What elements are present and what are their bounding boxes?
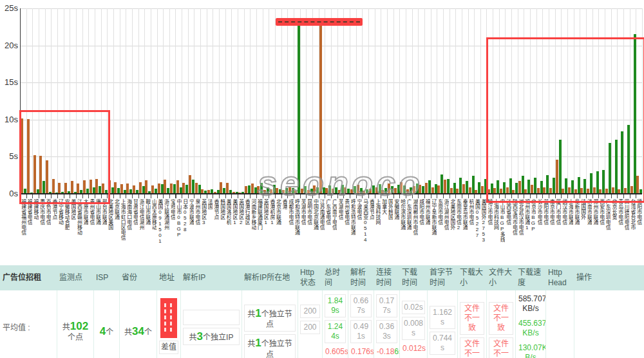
bar-group-73 [468, 8, 475, 194]
bar-group-70 [450, 8, 456, 194]
bar-group-27 [182, 8, 189, 194]
bar-orange [126, 184, 129, 194]
bar-orange [158, 184, 160, 194]
bar-group-21 [145, 8, 151, 194]
total-time-1: 1.849s [325, 294, 346, 317]
bar-group-26 [176, 8, 182, 194]
y-tick-0s: 0s [0, 189, 18, 198]
header-connect-time: 连接时间 [374, 265, 399, 290]
province-count: 34 [132, 325, 144, 337]
province-suffix: 个 [144, 328, 152, 337]
isp-suffix: 个 [106, 328, 113, 337]
cell-resolve-ip: 共3个独立IP [180, 290, 242, 358]
x-label-10: 江西省赣州移动 [76, 199, 82, 263]
bar-orange [251, 184, 254, 194]
x-label-1: 福建省福州电信 [20, 199, 26, 263]
x-label-97: 青岛市电信 [617, 199, 623, 263]
x-label-72: 秦皇岛市联通 [462, 199, 468, 263]
download-size-1: 文件不一致 [460, 302, 484, 335]
connect-time-2: 0.363s [376, 320, 397, 343]
x-label-76: 镇江市电信 [486, 199, 493, 263]
x-label-80: 陕西宝鸡市电信 [511, 199, 518, 263]
header-ip-location: 解析IP所在地 [242, 265, 298, 290]
bar-orange [462, 184, 465, 194]
header-address: 地址 [156, 265, 180, 290]
x-label-56: 马来西亚0514 [362, 199, 368, 263]
address-diff-label: 差值 [159, 341, 178, 354]
x-label-15: 北美地区美国 [107, 199, 113, 263]
cell-isp: 4个 [93, 290, 119, 358]
cell-first-byte-time: 1.162s 0.744s 1.162 [427, 290, 457, 358]
download-size-2: 文件不一致 [460, 337, 484, 358]
x-label-92: 济南市联通 [586, 199, 592, 263]
bar-group-71 [456, 8, 462, 194]
download-speed-diff: 130.07K B/s [518, 342, 544, 358]
cell-file-size: 文件不一致 文件不一致 [486, 290, 515, 358]
header-http-head: Http Head [545, 265, 574, 290]
x-label-94: 西安市电信 [598, 199, 605, 263]
y-tick-5s: 5s [0, 151, 18, 161]
header-ad-slot: 广告位招租 [0, 265, 57, 290]
cell-http-status: 200 200 [298, 290, 322, 358]
table-average-row: 平均值 : 共102个点 4个 共34个 差值 共3个独立IP 共1个独立节点 [0, 290, 644, 358]
x-label-51: 广西南宁电信 [331, 199, 337, 263]
bar-group-23 [157, 8, 164, 194]
header-monitor-points: 监测点 [57, 265, 93, 290]
x-label-7: 辽宁省移动 [57, 199, 64, 263]
bar-group-69 [444, 8, 450, 194]
header-province: 省份 [119, 265, 156, 290]
red-highlight-2 [276, 18, 363, 26]
x-label-86: 南京市电信 [549, 199, 555, 263]
red-highlight-3 [486, 37, 644, 203]
bar-orange [226, 183, 229, 194]
x-label-44: 成都市电信 [287, 199, 294, 263]
bar-group-22 [151, 8, 158, 194]
x-label-6: 香港节点 [51, 199, 57, 263]
bar-group-74 [475, 8, 481, 194]
bar-orange [195, 183, 198, 194]
isp-count: 4 [100, 325, 106, 337]
download-speed-1: 585.707 KB/s [518, 293, 544, 315]
x-label-96: 北京长宽 [611, 199, 617, 263]
x-label-50: 广东省电信 [325, 199, 331, 263]
x-label-75: 美国国外2753 [480, 199, 487, 263]
first-byte-time-2: 0.744s [430, 332, 455, 355]
x-label-55: 宁波电信 [355, 199, 362, 263]
x-label-74: 美国05227 [474, 199, 480, 263]
province-prefix: 共 [124, 328, 132, 337]
x-label-67: 辽宁阜新市联通 [430, 199, 437, 263]
address-redaction-box [160, 298, 177, 338]
bar-group-18 [126, 8, 133, 194]
x-label-42: 北京市联通 [275, 199, 281, 263]
bar-group-20 [138, 8, 145, 194]
cell-download-size: 文件不一致 文件不一致 [457, 290, 486, 358]
bar-group-66 [425, 8, 431, 194]
x-label-52: 芜湖电信 [337, 199, 343, 263]
x-label-71: 东莞市电信2 [455, 199, 462, 263]
header-resolve-ip: 解析IP [180, 265, 242, 290]
bar-orange [176, 180, 179, 194]
x-label-11: 太原市联通 [82, 199, 89, 263]
x-label-88: 武汉市电信 [561, 199, 567, 263]
x-label-46: 芜湖市电信 [300, 199, 307, 263]
x-label-89: 上海市联通 [567, 199, 574, 263]
x-label-25: 宝鸡电信 [169, 199, 176, 263]
x-label-58: 上海科技网 [374, 199, 381, 263]
x-label-90: 阜新市联通 [573, 199, 580, 263]
header-first-byte-time: 首字节时间 [427, 265, 457, 290]
header-file-size: 文件大小 [486, 265, 515, 290]
download-time-2: 0.008s [402, 317, 425, 340]
x-label-79: 江西省电信 [505, 199, 511, 263]
bar-group-30 [201, 8, 207, 194]
bar-orange [114, 182, 117, 194]
header-download-speed: 下载速度 [515, 265, 545, 290]
cell-province: 共34个 [119, 290, 156, 358]
bar-orange [425, 183, 428, 194]
x-label-63: 广东深圳联通 [406, 199, 412, 263]
resolve-ip-value: 共3个独立IP [183, 328, 240, 345]
ip-location-value-2: 共1个独立节点 [244, 334, 296, 358]
y-tick-10s: 10s [0, 115, 18, 124]
x-label-99: 台湾省台北市 [629, 199, 636, 263]
cell-download-time: 0.02s 0.008s 0.012s [399, 290, 427, 358]
cell-actions [574, 290, 644, 358]
